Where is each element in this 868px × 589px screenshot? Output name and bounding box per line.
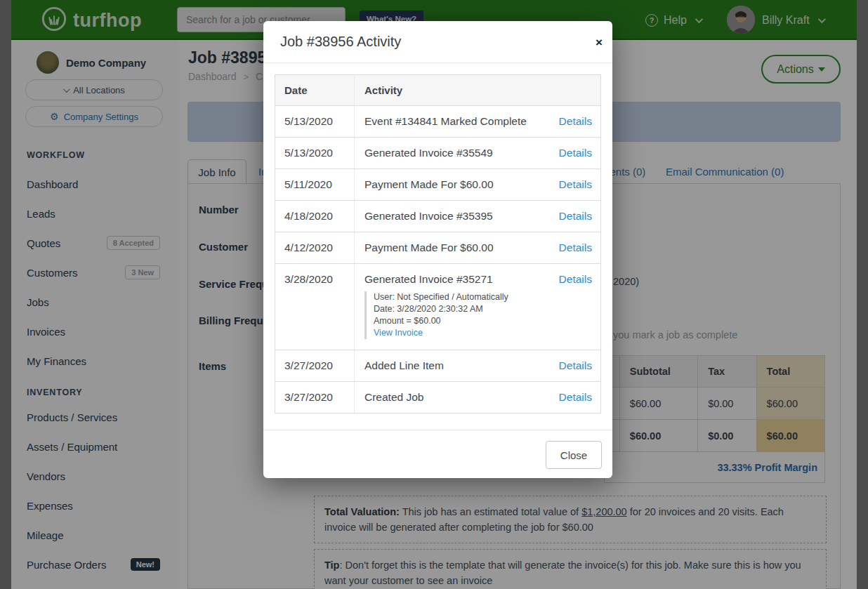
details-link[interactable]: Details xyxy=(559,115,592,128)
activity-row: 3/28/2020Generated Invoice #35271Details… xyxy=(275,263,600,350)
close-button[interactable]: Close xyxy=(546,441,602,469)
activity-line: Added Line ItemDetails xyxy=(364,359,592,372)
activity-row: 3/27/2020Created JobDetails xyxy=(275,381,600,413)
activity-text: Payment Made For $60.00 xyxy=(364,178,494,191)
activity-date: 4/18/2020 xyxy=(275,201,355,232)
details-link[interactable]: Details xyxy=(559,210,592,223)
activity-line: Generated Invoice #35549Details xyxy=(364,147,592,159)
view-invoice-link[interactable]: View Invoice xyxy=(374,327,592,339)
activity-date: 5/13/2020 xyxy=(275,138,355,168)
activity-text: Added Line Item xyxy=(364,359,444,372)
activity-line: Payment Made For $60.00Details xyxy=(364,178,592,191)
details-link[interactable]: Details xyxy=(559,241,592,254)
activity-line: Payment Made For $60.00Details xyxy=(364,241,592,254)
activity-date: 5/13/2020 xyxy=(275,106,355,137)
activity-row: 5/13/2020Event #134841 Marked CompleteDe… xyxy=(275,105,600,137)
modal-footer: Close xyxy=(263,430,612,478)
activity-table: DateActivity5/13/2020Event #134841 Marke… xyxy=(275,74,601,413)
activity-line: Event #134841 Marked CompleteDetails xyxy=(364,115,592,128)
activity-row: 5/13/2020Generated Invoice #35549Details xyxy=(275,137,600,168)
activity-cell: Payment Made For $60.00Details xyxy=(355,169,600,200)
activity-text: Generated Invoice #35549 xyxy=(364,147,493,159)
close-icon[interactable]: × xyxy=(596,37,603,48)
activity-text: Event #134841 Marked Complete xyxy=(364,115,527,128)
details-link[interactable]: Details xyxy=(559,147,592,159)
activity-cell: Generated Invoice #35271DetailsUser: Not… xyxy=(355,264,600,350)
activity-text: Payment Made For $60.00 xyxy=(364,241,494,254)
activity-details-block: User: Not Specified / AutomaticallyDate:… xyxy=(364,291,592,339)
activity-text: Created Job xyxy=(364,391,423,404)
activity-line: Generated Invoice #35395Details xyxy=(364,210,592,223)
activity-cell: Generated Invoice #35395Details xyxy=(355,201,600,232)
activity-date: 3/27/2020 xyxy=(275,382,355,413)
details-link[interactable]: Details xyxy=(559,359,592,372)
activity-line: Created JobDetails xyxy=(364,391,592,404)
activity-row: 4/18/2020Generated Invoice #35395Details xyxy=(275,200,600,232)
activity-line: Generated Invoice #35271Details xyxy=(364,273,592,286)
activity-cell: Payment Made For $60.00Details xyxy=(355,232,600,263)
modal-title: Job #38956 Activity xyxy=(280,34,401,50)
activity-header-activity: Activity xyxy=(355,75,600,105)
activity-row: 3/27/2020Added Line ItemDetails xyxy=(275,350,600,381)
activity-table-header-row: DateActivity xyxy=(275,75,600,105)
details-link[interactable]: Details xyxy=(559,391,592,404)
app-root: turfhop What's New? ? Help Billy Kraft xyxy=(0,0,868,589)
activity-text: Generated Invoice #35395 xyxy=(364,210,493,223)
activity-date: 4/12/2020 xyxy=(275,232,355,263)
activity-detail-line: User: Not Specified / Automatically xyxy=(374,291,592,303)
activity-cell: Added Line ItemDetails xyxy=(355,350,600,381)
activity-row: 5/11/2020Payment Made For $60.00Details xyxy=(275,168,600,200)
activity-cell: Generated Invoice #35549Details xyxy=(355,138,600,168)
details-link[interactable]: Details xyxy=(559,273,592,286)
activity-cell: Created JobDetails xyxy=(355,382,600,413)
activity-header-date: Date xyxy=(275,75,355,105)
activity-cell: Event #134841 Marked CompleteDetails xyxy=(355,106,600,137)
activity-date: 3/27/2020 xyxy=(275,350,355,381)
activity-detail-line: Date: 3/28/2020 2:30:32 AM xyxy=(374,303,592,315)
modal-header: Job #38956 Activity × xyxy=(263,21,612,63)
activity-row: 4/12/2020Payment Made For $60.00Details xyxy=(275,232,600,263)
activity-modal: Job #38956 Activity × DateActivity5/13/2… xyxy=(263,21,612,478)
activity-text: Generated Invoice #35271 xyxy=(364,273,493,286)
activity-date: 3/28/2020 xyxy=(275,264,355,350)
details-link[interactable]: Details xyxy=(559,178,592,191)
activity-date: 5/11/2020 xyxy=(275,169,355,200)
activity-detail-line: Amount = $60.00 xyxy=(374,315,592,327)
